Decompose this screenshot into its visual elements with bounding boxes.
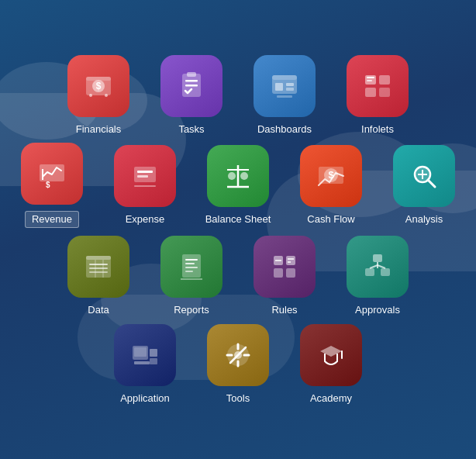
- app-row: $ Revenue Expense Balance Sheet $ Cash F…: [9, 143, 467, 228]
- balance-sheet-label: Balance Sheet: [205, 213, 271, 226]
- svg-rect-43: [89, 264, 108, 265]
- svg-point-32: [228, 172, 236, 180]
- svg-rect-28: [134, 185, 156, 187]
- academy-icon: [300, 324, 362, 386]
- svg-rect-42: [86, 256, 111, 260]
- svg-rect-25: [134, 167, 156, 182]
- balance-sheet-icon: [207, 145, 269, 207]
- dashboards-icon: [254, 55, 316, 117]
- svg-rect-3: [86, 77, 111, 81]
- app-item-dashboards[interactable]: Dashboards: [242, 55, 327, 136]
- approvals-icon: [347, 236, 409, 298]
- svg-rect-18: [365, 88, 376, 97]
- svg-rect-70: [150, 349, 157, 357]
- svg-rect-19: [379, 88, 390, 97]
- svg-rect-63: [381, 268, 390, 276]
- svg-rect-12: [275, 83, 283, 91]
- svg-point-5: [105, 94, 108, 97]
- app-item-balance-sheet[interactable]: Balance Sheet: [195, 145, 281, 226]
- svg-rect-55: [286, 256, 295, 265]
- svg-rect-7: [185, 80, 198, 82]
- app-item-rules[interactable]: Rules: [242, 236, 327, 316]
- svg-rect-62: [365, 268, 374, 276]
- infolets-icon: [347, 55, 409, 117]
- svg-point-33: [240, 172, 248, 180]
- tasks-icon: [160, 55, 222, 117]
- svg-rect-9: [187, 72, 196, 77]
- revenue-icon: $: [21, 143, 83, 205]
- svg-rect-68: [134, 347, 147, 357]
- tools-label: Tools: [226, 392, 250, 405]
- svg-rect-45: [89, 271, 108, 273]
- app-row: $ Financials Tasks Dashboards Infolets: [56, 55, 420, 136]
- svg-rect-8: [185, 85, 198, 87]
- svg-rect-44: [89, 267, 108, 269]
- app-item-infolets[interactable]: Infolets: [335, 55, 420, 136]
- svg-rect-26: [137, 171, 153, 173]
- reports-icon: [160, 236, 222, 298]
- app-item-tools[interactable]: Tools: [195, 324, 281, 405]
- app-item-tasks[interactable]: Tasks: [149, 55, 234, 136]
- svg-rect-27: [137, 175, 148, 178]
- rules-icon: [254, 236, 316, 298]
- app-item-expense[interactable]: Expense: [102, 145, 188, 226]
- data-icon: [67, 236, 129, 298]
- data-label: Data: [88, 304, 109, 316]
- financials-icon: $: [67, 55, 129, 117]
- app-item-cash-flow[interactable]: $ Cash Flow: [288, 145, 374, 226]
- app-item-reports[interactable]: Reports: [149, 236, 234, 316]
- svg-line-65: [370, 265, 378, 268]
- revenue-label: Revenue: [25, 211, 79, 228]
- svg-rect-57: [286, 268, 295, 278]
- cash-flow-label: Cash Flow: [307, 213, 354, 226]
- reports-label: Reports: [174, 304, 209, 316]
- svg-line-38: [428, 180, 435, 187]
- app-item-revenue[interactable]: $ Revenue: [9, 143, 95, 228]
- analysis-icon: [393, 145, 455, 207]
- svg-rect-51: [185, 267, 198, 268]
- app-item-application[interactable]: Application: [102, 324, 188, 405]
- app-item-data[interactable]: Data: [56, 236, 141, 316]
- svg-rect-14: [286, 88, 294, 91]
- svg-rect-13: [286, 83, 294, 86]
- financials-label: Financials: [76, 123, 122, 136]
- app-row: Data Reports Rules Approvals: [56, 236, 420, 316]
- rules-label: Rules: [271, 304, 297, 316]
- tools-icon: [207, 324, 269, 386]
- app-item-financials[interactable]: $ Financials: [56, 55, 141, 136]
- app-item-academy[interactable]: Academy: [288, 324, 374, 405]
- approvals-label: Approvals: [355, 304, 400, 316]
- svg-rect-50: [185, 263, 195, 264]
- svg-rect-69: [134, 361, 150, 364]
- expense-label: Expense: [126, 213, 165, 226]
- svg-rect-20: [367, 77, 374, 78]
- application-label: Application: [120, 392, 170, 405]
- svg-rect-56: [274, 268, 283, 278]
- svg-rect-61: [373, 254, 382, 262]
- svg-rect-48: [182, 254, 201, 278]
- cash-flow-icon: $: [300, 145, 362, 207]
- svg-rect-15: [277, 95, 292, 98]
- svg-rect-49: [185, 259, 198, 261]
- app-row: Application Tools Academy: [102, 324, 374, 405]
- svg-rect-17: [379, 75, 390, 85]
- dashboards-label: Dashboards: [257, 123, 312, 136]
- tasks-label: Tasks: [178, 123, 204, 136]
- app-item-approvals[interactable]: Approvals: [335, 236, 420, 316]
- app-grid: $ Financials Tasks Dashboards Infolets: [0, 0, 476, 459]
- svg-point-4: [89, 94, 92, 97]
- expense-icon: [114, 145, 176, 207]
- svg-rect-21: [367, 80, 372, 81]
- infolets-label: Infolets: [361, 123, 394, 136]
- app-item-analysis[interactable]: Analysis: [381, 145, 467, 226]
- svg-text:$: $: [96, 81, 102, 91]
- svg-rect-52: [185, 271, 193, 272]
- svg-text:$: $: [46, 181, 50, 189]
- svg-rect-11: [272, 75, 297, 80]
- svg-line-66: [378, 265, 385, 268]
- svg-rect-71: [150, 358, 157, 364]
- academy-label: Academy: [310, 392, 352, 405]
- application-icon: [114, 324, 176, 386]
- analysis-label: Analysis: [405, 213, 443, 226]
